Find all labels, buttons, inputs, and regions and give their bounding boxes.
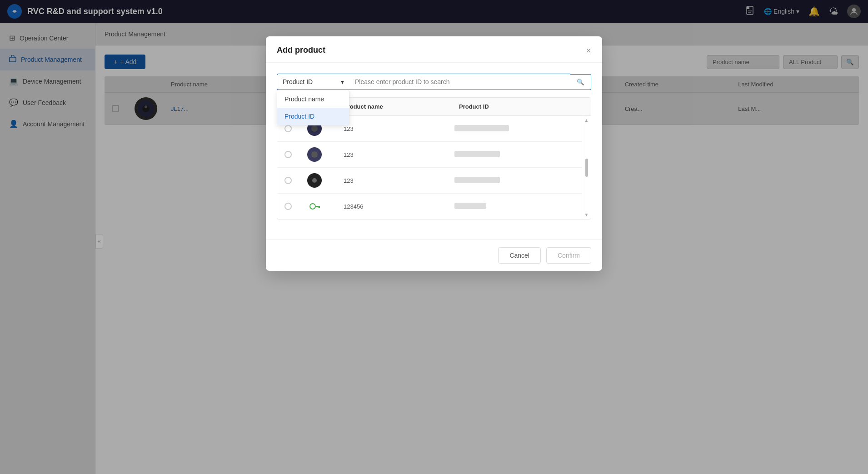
scroll-thumb[interactable]	[585, 159, 588, 177]
dropdown-item-product-name[interactable]: Product name	[277, 90, 349, 108]
modal-table-body: 123	[277, 116, 591, 219]
row-product-id	[454, 151, 565, 159]
row-product-id	[454, 125, 565, 133]
scroll-up-icon[interactable]: ▲	[584, 118, 589, 123]
modal-search-button[interactable]: 🔍	[570, 74, 591, 90]
row-radio[interactable]	[284, 177, 307, 184]
row-product-id	[454, 203, 565, 210]
dropdown-item-product-id[interactable]: Product ID	[277, 108, 349, 125]
search-icon: 🔍	[577, 79, 584, 85]
layout: ⊞ Operation Center Product Management 💻 …	[0, 23, 868, 474]
col-scroll	[574, 103, 584, 110]
cancel-button[interactable]: Cancel	[498, 247, 541, 264]
row-product-name: 123	[344, 177, 454, 184]
row-product-name: 123	[344, 151, 454, 158]
main-content: Product Management + + Add 🔍	[95, 23, 868, 474]
modal-overlay: Add product × Product ID ▾ 🔍	[95, 23, 868, 474]
row-icon	[307, 147, 344, 162]
product-id-search-input[interactable]	[349, 74, 570, 90]
svg-point-10	[310, 204, 315, 209]
search-type-dropdown: Product name Product ID	[277, 90, 349, 125]
scroll-down-icon[interactable]: ▼	[584, 212, 589, 217]
row-icon	[307, 173, 344, 188]
row-product-name: 123456	[344, 203, 454, 210]
add-product-modal: Add product × Product ID ▾ 🔍	[266, 36, 602, 271]
modal-close-button[interactable]: ×	[586, 46, 591, 55]
modal-title: Add product	[277, 45, 325, 55]
modal-search-row: Product ID ▾ 🔍 Product name	[277, 74, 591, 90]
row-radio[interactable]	[284, 151, 307, 158]
row-product-id	[454, 177, 565, 185]
modal-body: Product ID ▾ 🔍 Product name	[266, 63, 602, 239]
row-radio[interactable]	[284, 125, 307, 132]
modal-header: Add product ×	[266, 36, 602, 63]
row-icon	[307, 199, 344, 214]
search-type-select[interactable]: Product ID ▾	[277, 74, 349, 90]
modal-table-rows: 123	[277, 116, 582, 219]
chevron-down-icon: ▾	[341, 78, 344, 85]
row-radio[interactable]	[284, 203, 307, 210]
modal-table-row: 123	[277, 168, 582, 194]
col-product-name: Product name	[344, 103, 459, 110]
table-scrollbar[interactable]: ▲ ▼	[582, 116, 591, 219]
select-value: Product ID	[283, 78, 313, 85]
row-product-name: 123	[344, 125, 454, 132]
col-product-id: Product ID	[459, 103, 574, 110]
modal-table-row: 123456	[277, 194, 582, 219]
modal-footer: Cancel Confirm	[266, 239, 602, 271]
confirm-button[interactable]: Confirm	[546, 247, 591, 264]
modal-table-row: 123	[277, 142, 582, 168]
